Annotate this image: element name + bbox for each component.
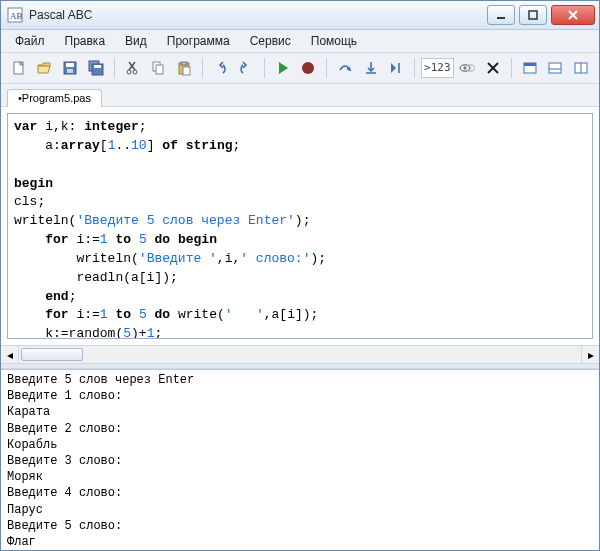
- stop-icon[interactable]: [297, 56, 321, 80]
- cut-icon[interactable]: [121, 56, 145, 80]
- open-file-icon[interactable]: [33, 56, 57, 80]
- svg-text:AB: AB: [10, 11, 23, 21]
- output-console[interactable]: Введите 5 слов через Enter Введите 1 сло…: [1, 369, 599, 550]
- workspace: var i,k: integer; a:array[1..10] of stri…: [1, 107, 599, 550]
- svg-point-23: [302, 62, 314, 74]
- svg-rect-8: [66, 63, 74, 67]
- menu-file[interactable]: Файл: [7, 32, 53, 50]
- window-watch-icon[interactable]: [569, 56, 593, 80]
- svg-rect-20: [181, 62, 187, 65]
- variable-watch[interactable]: >123: [421, 58, 454, 78]
- window-buttons: [483, 5, 595, 25]
- menu-service[interactable]: Сервис: [242, 32, 299, 50]
- redo-icon[interactable]: [234, 56, 258, 80]
- window-console-icon[interactable]: [518, 56, 542, 80]
- step-into-icon[interactable]: [359, 56, 383, 80]
- svg-marker-22: [279, 62, 288, 74]
- menu-help[interactable]: Помощь: [303, 32, 365, 50]
- run-to-cursor-icon[interactable]: [384, 56, 408, 80]
- svg-rect-9: [67, 69, 73, 73]
- app-icon: AB: [7, 7, 23, 23]
- window-title: Pascal ABC: [29, 8, 92, 22]
- editor-hscrollbar[interactable]: ◂ ▸: [1, 345, 599, 363]
- menubar: Файл Правка Вид Программа Сервис Помощь: [1, 30, 599, 53]
- run-icon[interactable]: [271, 56, 295, 80]
- tabstrip: •Program5.pas: [1, 84, 599, 107]
- app-window: AB Pascal ABC Файл Правка Вид Программа …: [0, 0, 600, 551]
- close-button[interactable]: [551, 5, 595, 25]
- save-all-icon[interactable]: [84, 56, 108, 80]
- breakpoint-clear-icon[interactable]: [481, 56, 505, 80]
- new-file-icon[interactable]: [7, 56, 31, 80]
- maximize-button[interactable]: [519, 5, 547, 25]
- scroll-left-icon[interactable]: ◂: [1, 346, 19, 363]
- minimize-button[interactable]: [487, 5, 515, 25]
- menu-program[interactable]: Программа: [159, 32, 238, 50]
- menu-edit[interactable]: Правка: [57, 32, 114, 50]
- step-over-icon[interactable]: [333, 56, 357, 80]
- menu-view[interactable]: Вид: [117, 32, 155, 50]
- toolbar: >123: [1, 53, 599, 84]
- titlebar: AB Pascal ABC: [1, 1, 599, 30]
- copy-icon[interactable]: [146, 56, 170, 80]
- svg-rect-34: [524, 63, 536, 66]
- window-output-icon[interactable]: [544, 56, 568, 80]
- scroll-right-icon[interactable]: ▸: [581, 346, 599, 363]
- scroll-thumb[interactable]: [21, 348, 83, 361]
- svg-rect-3: [529, 11, 537, 19]
- svg-rect-21: [183, 67, 190, 75]
- svg-rect-35: [549, 63, 561, 73]
- svg-marker-26: [391, 63, 396, 73]
- tab-program5[interactable]: •Program5.pas: [7, 89, 102, 107]
- svg-rect-12: [94, 65, 101, 68]
- svg-rect-18: [156, 65, 163, 74]
- code-editor[interactable]: var i,k: integer; a:array[1..10] of stri…: [7, 113, 593, 339]
- save-icon[interactable]: [58, 56, 82, 80]
- svg-point-15: [127, 70, 131, 74]
- svg-point-16: [133, 70, 137, 74]
- paste-icon[interactable]: [172, 56, 196, 80]
- undo-icon[interactable]: [209, 56, 233, 80]
- watch-add-icon[interactable]: [456, 56, 480, 80]
